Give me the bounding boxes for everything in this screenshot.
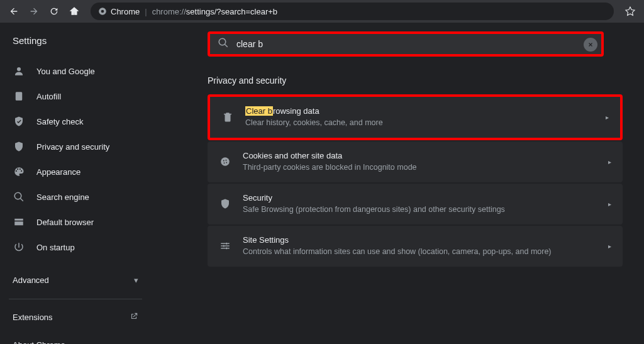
url-bar[interactable]: Chrome | chrome://settings/?search=clear… — [91, 3, 614, 20]
chevron-right-icon: ▸ — [608, 243, 611, 250]
external-link-icon — [130, 312, 138, 323]
svg-point-5 — [226, 160, 227, 161]
nav-reload-button[interactable] — [45, 3, 63, 20]
sidebar-item-label: On startup — [36, 243, 75, 252]
extensions-label: Extensions — [13, 313, 53, 322]
sidebar-item-privacy-security[interactable]: Privacy and security — [0, 134, 151, 159]
nav-back-button[interactable] — [5, 3, 23, 20]
sidebar-about-chrome[interactable]: About Chrome — [0, 331, 151, 344]
sidebar-extensions[interactable]: Extensions — [0, 303, 151, 331]
sidebar-item-label: Appearance — [36, 167, 80, 177]
sidebar-item-appearance[interactable]: Appearance — [0, 159, 151, 184]
sidebar-item-label: Default browser — [36, 218, 94, 227]
settings-search-box[interactable] — [208, 31, 604, 57]
row-subtitle: Safe Browsing (protection from dangerous… — [243, 204, 597, 216]
chevron-down-icon: ▾ — [134, 275, 138, 285]
about-chrome-label: About Chrome — [13, 340, 65, 345]
row-cookies[interactable]: Cookies and other site data Third-party … — [208, 141, 623, 182]
chevron-right-icon: ▸ — [606, 114, 609, 121]
clear-search-button[interactable] — [584, 38, 597, 52]
svg-point-7 — [226, 162, 227, 164]
shield-icon — [13, 141, 25, 152]
chrome-site-icon: Chrome — [98, 7, 140, 16]
sidebar-item-you-and-google[interactable]: You and Google — [0, 58, 151, 84]
svg-point-10 — [226, 248, 228, 250]
row-clear-browsing-data[interactable]: Clear browsing data Clear history, cooki… — [208, 94, 623, 140]
power-icon — [13, 241, 25, 253]
sidebar-item-search-engine[interactable]: Search engine — [0, 184, 151, 209]
row-title: Clear browsing data — [245, 106, 594, 117]
row-subtitle: Third-party cookies are blocked in Incog… — [243, 162, 597, 174]
chevron-right-icon: ▸ — [608, 201, 611, 208]
sidebar-item-default-browser[interactable]: Default browser — [0, 209, 151, 235]
svg-point-8 — [226, 243, 228, 245]
svg-point-6 — [224, 163, 225, 164]
sidebar-item-label: You and Google — [36, 67, 95, 76]
sidebar-item-on-startup[interactable]: On startup — [0, 235, 151, 260]
svg-point-4 — [223, 160, 225, 162]
settings-sidebar: Settings You and Google Autofill Safety … — [0, 23, 151, 344]
sidebar-advanced-toggle[interactable]: Advanced ▾ — [0, 265, 151, 295]
person-icon — [13, 65, 25, 77]
sidebar-item-autofill[interactable]: Autofill — [0, 84, 151, 109]
search-icon — [218, 37, 229, 51]
svg-point-1 — [101, 10, 104, 13]
sidebar-item-safety-check[interactable]: Safety check — [0, 109, 151, 134]
section-title-privacy: Privacy and security — [208, 75, 629, 86]
url-scheme-label: Chrome — [111, 7, 140, 16]
row-title: Site Settings — [243, 235, 597, 246]
divider — [9, 299, 142, 299]
sliders-icon — [219, 240, 231, 252]
advanced-label: Advanced — [13, 275, 49, 285]
svg-point-3 — [221, 158, 230, 167]
nav-home-button[interactable] — [65, 3, 83, 20]
cookie-icon — [219, 156, 231, 167]
svg-point-9 — [223, 245, 225, 247]
palette-icon — [13, 166, 25, 177]
sidebar-item-label: Privacy and security — [36, 142, 109, 152]
chevron-right-icon: ▸ — [608, 158, 611, 165]
shield-icon — [219, 198, 231, 209]
window-icon — [13, 216, 25, 228]
row-title: Security — [243, 192, 597, 204]
row-subtitle: Clear history, cookies, cache, and more — [245, 117, 594, 129]
row-site-settings[interactable]: Site Settings Controls what information … — [208, 226, 623, 267]
row-security[interactable]: Security Safe Browsing (protection from … — [208, 184, 623, 225]
svg-point-2 — [17, 67, 21, 71]
page-title: Settings — [0, 35, 151, 58]
row-title: Cookies and other site data — [243, 150, 597, 162]
url-text: chrome://settings/?search=clear+b — [152, 7, 277, 16]
browser-toolbar: Chrome | chrome://settings/?search=clear… — [0, 0, 644, 23]
sidebar-item-label: Safety check — [36, 117, 83, 126]
trash-icon — [221, 111, 234, 123]
row-subtitle: Controls what information sites can use … — [243, 246, 597, 258]
sidebar-item-label: Search engine — [36, 192, 89, 202]
sidebar-item-label: Autofill — [36, 92, 61, 101]
search-icon — [13, 191, 25, 203]
clipboard-icon — [13, 91, 25, 102]
settings-search-input[interactable] — [236, 39, 411, 49]
shield-check-icon — [13, 116, 25, 127]
bookmark-star-icon[interactable] — [621, 3, 639, 20]
settings-main: Privacy and security Clear browsing data… — [151, 23, 644, 344]
nav-forward-button[interactable] — [25, 3, 43, 20]
